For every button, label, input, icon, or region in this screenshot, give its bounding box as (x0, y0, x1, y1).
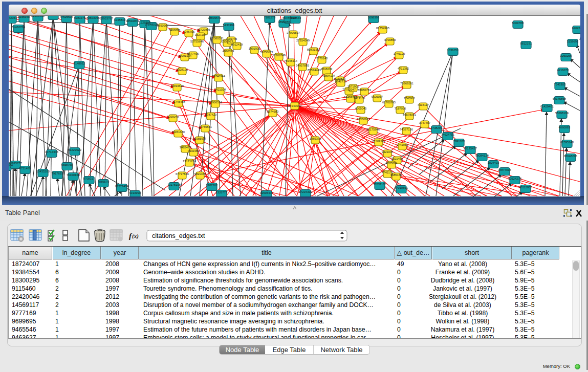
svg-text:83503056: 83503056 (86, 16, 100, 19)
svg-text:76945314: 76945314 (284, 59, 298, 62)
svg-text:65648236: 65648236 (564, 155, 577, 158)
svg-text:7187026: 7187026 (395, 107, 406, 110)
svg-text:7770143: 7770143 (316, 57, 328, 60)
svg-text:34714345: 34714345 (45, 150, 58, 154)
svg-text:67010651: 67010651 (395, 186, 408, 189)
svg-text:3518233: 3518233 (321, 68, 333, 71)
svg-text:3387262: 3387262 (206, 184, 218, 187)
svg-text:4711382: 4711382 (398, 67, 409, 70)
svg-text:6690967: 6690967 (157, 24, 169, 27)
svg-text:1326773: 1326773 (216, 191, 228, 194)
svg-text:71906594: 71906594 (209, 101, 223, 104)
svg-text:9821465: 9821465 (194, 172, 206, 176)
svg-text:1746120: 1746120 (394, 52, 405, 55)
svg-text:67737826: 67737826 (176, 172, 189, 176)
svg-text:4216073: 4216073 (557, 69, 569, 72)
svg-text:34624751: 34624751 (441, 133, 454, 136)
svg-text:3685160: 3685160 (390, 173, 402, 177)
svg-text:00524278: 00524278 (508, 177, 521, 180)
svg-text:3709859: 3709859 (384, 38, 396, 41)
svg-text:13433200: 13433200 (36, 170, 50, 173)
svg-text:37996507: 37996507 (287, 31, 300, 34)
svg-text:81223623: 81223623 (68, 148, 81, 151)
svg-text:71746488: 71746488 (172, 100, 185, 103)
svg-text:7991183: 7991183 (453, 140, 465, 143)
svg-text:04499727: 04499727 (344, 96, 357, 99)
svg-text:3158692: 3158692 (567, 40, 579, 43)
svg-text:1399049: 1399049 (167, 115, 179, 118)
svg-text:6155940: 6155940 (18, 16, 30, 18)
svg-text:9636057: 9636057 (372, 95, 383, 98)
svg-text:74367136: 74367136 (400, 128, 413, 131)
svg-text:9521456: 9521456 (391, 157, 403, 160)
svg-text:96532871: 96532871 (126, 19, 139, 23)
svg-text:77752047: 77752047 (342, 88, 356, 91)
svg-text:81754965: 81754965 (376, 27, 389, 30)
svg-text:62729806: 62729806 (197, 28, 210, 31)
svg-text:1824493: 1824493 (488, 161, 499, 164)
svg-text:27354549: 27354549 (296, 39, 310, 42)
svg-text:98084124: 98084124 (475, 154, 489, 157)
svg-text:61595148: 61595148 (560, 141, 574, 144)
svg-text:3747407: 3747407 (419, 121, 431, 124)
svg-text:2328120: 2328120 (177, 68, 188, 71)
svg-text:6542351: 6542351 (9, 16, 17, 19)
svg-text:7917693: 7917693 (52, 172, 63, 175)
svg-text:13493618: 13493618 (170, 84, 184, 87)
svg-text:3285884: 3285884 (386, 162, 398, 165)
svg-text:99091334: 99091334 (178, 54, 192, 57)
svg-text:94406409: 94406409 (372, 139, 385, 142)
svg-text:8708317: 8708317 (83, 177, 95, 180)
svg-text:1627204: 1627204 (195, 33, 207, 36)
svg-text:citations_edges.txt: citations_edges.txt (152, 232, 205, 239)
svg-text:60385977: 60385977 (193, 137, 206, 140)
svg-text:5466889: 5466889 (169, 29, 181, 32)
svg-text:79740344: 79740344 (212, 75, 226, 78)
svg-text:7889579: 7889579 (98, 180, 110, 183)
svg-text:53755646: 53755646 (190, 40, 204, 43)
svg-text:(x): (x) (132, 233, 139, 239)
svg-text:6658760: 6658760 (61, 163, 73, 166)
svg-text:76320163: 76320163 (67, 173, 80, 177)
svg-text:2260256: 2260256 (560, 54, 572, 57)
svg-text:28809570: 28809570 (208, 16, 221, 19)
svg-text:55886753: 55886753 (358, 89, 371, 92)
svg-text:9743953: 9743953 (397, 143, 408, 146)
svg-text:13171274: 13171274 (183, 160, 197, 163)
svg-text:1745961: 1745961 (404, 97, 416, 100)
svg-text:87277434: 87277434 (115, 185, 129, 188)
svg-text:80112805: 80112805 (519, 186, 532, 189)
svg-text:49894134: 49894134 (322, 74, 336, 77)
svg-text:4896383: 4896383 (278, 20, 290, 24)
svg-text:37631165: 37631165 (373, 183, 386, 186)
svg-text:62702895: 62702895 (382, 101, 396, 104)
svg-text:4738299: 4738299 (431, 126, 443, 129)
svg-text:75869261: 75869261 (400, 82, 413, 85)
svg-text:71756551: 71756551 (199, 125, 212, 128)
svg-text:80831367: 80831367 (307, 48, 320, 51)
svg-text:0812191: 0812191 (520, 42, 532, 45)
svg-text:4005045: 4005045 (355, 107, 367, 110)
svg-text:9912419: 9912419 (231, 43, 243, 46)
svg-text:34874016: 34874016 (498, 168, 511, 171)
svg-text:1031051: 1031051 (447, 49, 459, 52)
svg-text:6998543: 6998543 (290, 16, 301, 19)
svg-text:6204505: 6204505 (572, 27, 580, 30)
svg-text:51462704: 51462704 (12, 26, 26, 29)
svg-text:1671902: 1671902 (347, 85, 359, 88)
svg-text:85574443: 85574443 (308, 69, 321, 72)
svg-text:55698169: 55698169 (555, 112, 569, 115)
svg-text:13953767: 13953767 (100, 17, 113, 20)
svg-text:73178108: 73178108 (167, 183, 181, 186)
svg-text:34957885: 34957885 (296, 64, 309, 67)
svg-text:5009788: 5009788 (512, 21, 524, 25)
svg-text:4060883: 4060883 (559, 126, 571, 129)
svg-text:3482477: 3482477 (180, 146, 191, 149)
svg-text:2421024: 2421024 (214, 88, 226, 91)
svg-text:7193745: 7193745 (226, 37, 237, 40)
svg-text:9421047: 9421047 (382, 150, 394, 154)
svg-text:01429401: 01429401 (540, 105, 554, 108)
svg-text:5430391: 5430391 (223, 24, 235, 27)
svg-text:1969379: 1969379 (310, 137, 321, 140)
svg-text:57262849: 57262849 (272, 54, 286, 57)
